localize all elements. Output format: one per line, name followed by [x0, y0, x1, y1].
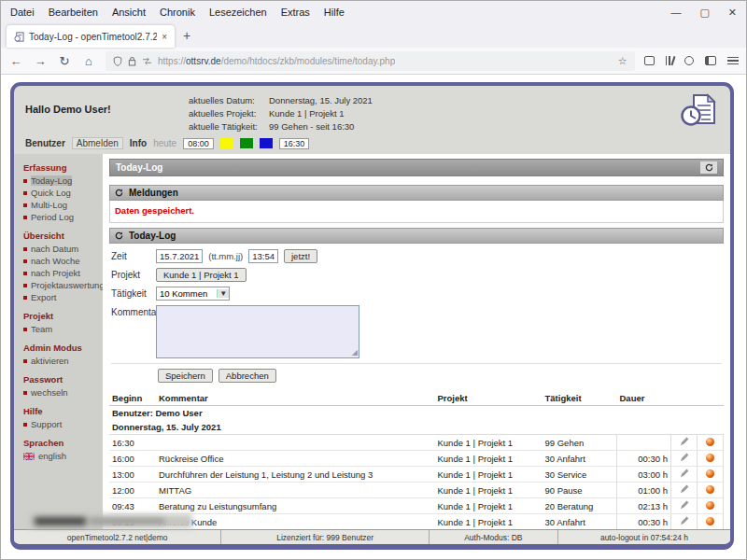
section-refresh-icon — [115, 189, 123, 197]
hamburger-menu-icon[interactable] — [727, 57, 739, 65]
library-icon[interactable] — [666, 56, 674, 65]
uk-flag-icon — [23, 453, 35, 460]
table-user-row: Benutzer: Demo User — [109, 406, 724, 421]
menu-datei[interactable]: Datei — [10, 7, 35, 18]
permissions-icon[interactable] — [142, 57, 152, 65]
save-button[interactable]: Speichern — [158, 369, 213, 383]
delete-icon[interactable] — [706, 454, 714, 462]
day-start-time: 08:00 — [183, 138, 214, 149]
edit-icon[interactable] — [680, 485, 689, 496]
browser-window: Datei Bearbeiten Ansicht Chronik Lesezei… — [0, 0, 747, 560]
table-row: 12:00MITTAGKunde 1 | Projekt 190 Pause01… — [109, 483, 724, 498]
bullet-icon — [23, 284, 27, 287]
app-toolbar: Benutzer Abmelden Info heute 08:00 16:30 — [14, 133, 730, 154]
legend-green-swatch — [240, 138, 253, 148]
form-section-header: Today-Log — [109, 228, 724, 244]
refresh-icon[interactable] — [700, 161, 717, 174]
toolbar-heute-label: heute — [153, 138, 176, 148]
bookmark-star-icon[interactable]: ☆ — [618, 55, 627, 67]
sidebar-item-period-log[interactable]: Period Log — [23, 211, 99, 223]
tab-title: Today-Log - openTimetool2.7.2 — [29, 32, 157, 42]
sidebar-item-nach-projekt[interactable]: nach Projekt — [23, 267, 99, 279]
toolbar-info[interactable]: Info — [130, 138, 147, 148]
menu-chronik[interactable]: Chronik — [160, 7, 195, 18]
toolbar-abmelden[interactable]: Abmelden — [72, 137, 123, 149]
kommentar-textarea[interactable]: ◢ — [156, 305, 359, 358]
menu-extras[interactable]: Extras — [281, 7, 310, 18]
col-projekt: Projekt — [435, 391, 543, 406]
chevron-down-icon: ▼ — [217, 289, 229, 298]
time-input[interactable]: 13:54 — [248, 249, 278, 263]
tab-favicon-icon — [14, 32, 24, 42]
shield-icon[interactable] — [113, 56, 122, 66]
extensions-icon[interactable] — [644, 56, 655, 65]
col-taetigkeit: Tätigkeit — [543, 391, 617, 406]
back-icon[interactable]: ← — [8, 54, 23, 68]
sidebar-item-team[interactable]: Team — [23, 323, 99, 335]
date-input[interactable]: 15.7.2021 — [156, 249, 203, 263]
bullet-icon — [23, 247, 27, 251]
form-title: Today-Log — [129, 231, 176, 241]
messages-section-header: Meldungen — [109, 185, 724, 201]
current-status: aktuelles Datum:Donnerstag, 15. July 202… — [189, 94, 373, 133]
menu-lesezeichen[interactable]: Lesezeichen — [209, 7, 267, 18]
main-content: Today-Log Meldungen Daten gespeichert. — [103, 154, 730, 529]
delete-icon[interactable] — [706, 469, 714, 478]
new-tab-button[interactable]: + — [175, 28, 199, 43]
sidebar-item-nach-woche[interactable]: nach Woche — [23, 255, 99, 267]
now-button[interactable]: jetzt! — [284, 249, 317, 263]
sidebar-item-aktivieren[interactable]: aktivieren — [23, 355, 99, 367]
home-icon[interactable]: ⌂ — [81, 54, 96, 68]
redacted-area — [29, 514, 192, 528]
taetigkeit-select[interactable]: 10 Kommen ▼ — [156, 287, 230, 301]
bullet-icon — [23, 328, 27, 331]
edit-icon[interactable] — [680, 501, 689, 511]
url-bar[interactable]: https://ottsrv.de/demo/htdocs/zkb/module… — [106, 51, 635, 71]
edit-icon[interactable] — [680, 454, 689, 464]
sidebar-item-nach-datum[interactable]: nach Datum — [23, 243, 99, 255]
sidebar-item-multi-log[interactable]: Multi-Log — [23, 199, 99, 211]
legend-blue-swatch — [260, 138, 273, 148]
sidebar-item-wechseln[interactable]: wechseln — [23, 386, 99, 399]
app-header: Hallo Demo User! aktuelles Datum:Donners… — [14, 86, 730, 133]
delete-icon[interactable] — [706, 485, 714, 494]
forward-icon[interactable]: → — [33, 54, 48, 68]
app-frame: Hallo Demo User! aktuelles Datum:Donners… — [10, 82, 734, 550]
edit-icon[interactable] — [680, 469, 689, 480]
menu-ansicht[interactable]: Ansicht — [112, 7, 146, 18]
sidebar-item-projektauswertung[interactable]: Projektauswertung — [23, 279, 99, 291]
edit-icon[interactable] — [680, 438, 689, 448]
delete-icon[interactable] — [706, 438, 714, 446]
edit-icon[interactable] — [680, 517, 689, 527]
lock-icon[interactable] — [128, 56, 136, 66]
menu-bearbeiten[interactable]: Bearbeiten — [49, 7, 98, 18]
sidebar-item-support[interactable]: Support — [23, 418, 99, 430]
sidebar-item-quick-log[interactable]: Quick Log — [23, 187, 99, 199]
cancel-button[interactable]: Abbrechen — [218, 369, 276, 383]
projekt-select-button[interactable]: Kunde 1 | Projekt 1 — [156, 268, 247, 282]
sidebar-toggle-icon[interactable] — [705, 56, 716, 65]
messages-title: Meldungen — [129, 188, 178, 198]
sidebar-item-today-log[interactable]: Today-Log — [23, 175, 99, 187]
resize-handle-icon[interactable]: ◢ — [352, 349, 358, 357]
close-button[interactable]: ✕ — [728, 7, 737, 19]
taetigkeit-label: Tätigkeit — [111, 287, 156, 299]
delete-icon[interactable] — [706, 501, 714, 510]
footer-auth-mode: Auth-Modus: DB — [430, 530, 558, 544]
browser-navbar: ← → ↻ ⌂ https://ottsrv.de/demo/htdocs/zk… — [1, 48, 746, 75]
col-dauer: Dauer — [617, 391, 671, 406]
delete-icon[interactable] — [706, 517, 714, 525]
tab-close-icon[interactable]: × — [162, 32, 167, 42]
minimize-button[interactable]: — — [670, 7, 681, 18]
menu-hilfe[interactable]: Hilfe — [324, 7, 345, 18]
toolbar-benutzer[interactable]: Benutzer — [25, 138, 65, 148]
reload-icon[interactable]: ↻ — [57, 54, 72, 68]
table-header-row: Beginn Kommentar Projekt Tätigkeit Dauer — [109, 391, 724, 406]
bullet-icon — [23, 296, 27, 300]
account-icon[interactable] — [684, 56, 694, 65]
sidebar-section-sprachen: Sprachen — [23, 438, 99, 448]
sidebar-item-export[interactable]: Export — [23, 291, 99, 303]
sidebar-item-english[interactable]: english — [23, 450, 99, 462]
maximize-button[interactable]: ▢ — [699, 7, 709, 19]
browser-tab-today-log[interactable]: Today-Log - openTimetool2.7.2 × — [7, 25, 175, 48]
